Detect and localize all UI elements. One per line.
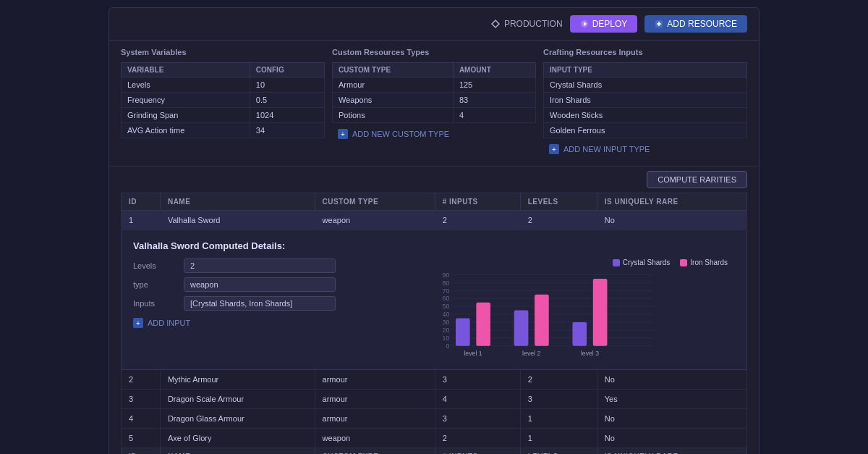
bottom-col-header: CUSTOM TYPE bbox=[315, 448, 435, 455]
add-input-type-icon: + bbox=[549, 144, 559, 154]
crafting-resources-table: INPUT TYPE Crystal ShardsIron ShardsWood… bbox=[543, 62, 747, 138]
id-cell: 4 bbox=[122, 409, 161, 429]
unique-cell: No bbox=[597, 429, 746, 448]
unique-cell: Yes bbox=[597, 390, 746, 409]
table-row: Armour125 bbox=[333, 77, 536, 93]
svg-text:50: 50 bbox=[443, 303, 450, 310]
levels-cell: 1 bbox=[520, 409, 597, 429]
svg-rect-23 bbox=[456, 318, 470, 345]
unique-cell: No bbox=[597, 370, 746, 390]
table-row: Crystal Shards bbox=[544, 77, 747, 93]
system-variables-table: VARIABLE CONFIG Levels10Frequency0.5Grin… bbox=[121, 62, 325, 138]
levels-cell: 2 bbox=[520, 211, 597, 230]
id-cell: 2 bbox=[122, 370, 161, 390]
name-cell: Valhalla Sword bbox=[160, 211, 315, 230]
custom-type-cell: Potions bbox=[333, 108, 454, 123]
id-cell: 1 bbox=[122, 211, 161, 230]
col-amount: AMOUNT bbox=[453, 63, 535, 77]
col-header: NAME bbox=[160, 193, 315, 211]
col-header: ID bbox=[122, 193, 161, 211]
detail-field-row: Inputs [Crystal Shards, Iron Shards] bbox=[133, 296, 336, 311]
input-type-cell: Golden Ferrous bbox=[544, 123, 747, 138]
field-value: 2 bbox=[184, 258, 336, 273]
col-custom-type: CUSTOM TYPE bbox=[333, 63, 454, 77]
header: PRODUCTION DEPLOY ADD RESOURCE bbox=[109, 8, 759, 41]
detail-row: Valhalla Sword Computed Details: Levels … bbox=[122, 230, 747, 370]
bottom-col-header: IS UNIQUELY RARE bbox=[597, 448, 746, 455]
col-header: CUSTOM TYPE bbox=[315, 193, 435, 211]
custom-resources-title: Custom Resources Types bbox=[332, 48, 536, 56]
table-row: Golden Ferrous bbox=[544, 123, 747, 138]
field-value: weapon bbox=[184, 277, 336, 292]
system-variables-panel: System Variables VARIABLE CONFIG Levels1… bbox=[121, 48, 325, 159]
deploy-button[interactable]: DEPLOY bbox=[570, 15, 638, 33]
add-custom-type-btn[interactable]: + ADD NEW CUSTOM TYPE bbox=[332, 125, 536, 143]
custom-type-cell: Armour bbox=[333, 77, 454, 93]
table-row[interactable]: 2 Mythic Armour armour 3 2 No bbox=[122, 370, 747, 390]
inputs-cell: 3 bbox=[435, 409, 520, 429]
levels-cell: 2 bbox=[520, 370, 597, 390]
col-config: CONFIG bbox=[250, 63, 324, 77]
custom-type-cell: Weapons bbox=[333, 93, 454, 108]
variable-cell: Levels bbox=[122, 77, 250, 93]
col-variable: VARIABLE bbox=[122, 63, 250, 77]
svg-text:0: 0 bbox=[446, 342, 449, 350]
add-input-button[interactable]: + ADD INPUT bbox=[133, 315, 336, 331]
variable-cell: Frequency bbox=[122, 93, 250, 108]
table-row[interactable]: 3 Dragon Scale Armour armour 4 3 Yes bbox=[122, 390, 747, 409]
amount-cell: 83 bbox=[453, 93, 535, 108]
svg-text:70: 70 bbox=[443, 287, 450, 295]
add-custom-type-icon: + bbox=[338, 129, 348, 139]
field-label: type bbox=[133, 280, 176, 289]
bottom-col-header: LEVELS bbox=[520, 448, 597, 455]
name-cell: Axe of Glory bbox=[160, 429, 315, 448]
table-row[interactable]: 5 Axe of Glory weapon 2 1 No bbox=[122, 429, 747, 448]
svg-text:40: 40 bbox=[443, 311, 450, 318]
svg-rect-29 bbox=[572, 322, 587, 346]
custom-type-cell: armour bbox=[315, 390, 435, 409]
config-cell: 10 bbox=[250, 77, 324, 93]
input-type-cell: Crystal Shards bbox=[544, 77, 747, 93]
custom-resources-panel: Custom Resources Types CUSTOM TYPE AMOUN… bbox=[332, 48, 536, 159]
detail-panel: Valhalla Sword Computed Details: Levels … bbox=[122, 230, 746, 369]
table-row[interactable]: 1 Valhalla Sword weapon 2 2 No bbox=[122, 211, 747, 230]
name-cell: Dragon Glass Armour bbox=[160, 409, 315, 429]
table-row: Levels10 bbox=[122, 77, 325, 93]
chart-area: Crystal Shards Iron Shards 0102030405060… bbox=[350, 258, 735, 359]
compute-rarities-button[interactable]: COMPUTE RARITIES bbox=[647, 171, 747, 188]
input-type-cell: Wooden Sticks bbox=[544, 108, 747, 123]
col-input-type: INPUT TYPE bbox=[544, 63, 747, 77]
field-label: Inputs bbox=[133, 299, 176, 308]
svg-rect-27 bbox=[535, 295, 549, 346]
detail-field-row: type weapon bbox=[133, 277, 336, 292]
inputs-cell: 2 bbox=[435, 211, 520, 230]
custom-type-cell: armour bbox=[315, 409, 435, 429]
config-cell: 1024 bbox=[250, 108, 324, 123]
svg-text:90: 90 bbox=[443, 272, 450, 279]
svg-text:10: 10 bbox=[443, 335, 450, 342]
table-row: AVG Action time34 bbox=[122, 123, 325, 138]
name-cell: Dragon Scale Armour bbox=[160, 390, 315, 409]
production-icon bbox=[490, 19, 501, 29]
custom-resources-table: CUSTOM TYPE AMOUNT Armour125Weapons83Pot… bbox=[332, 62, 536, 123]
crafting-resources-panel: Crafting Resources Inputs INPUT TYPE Cry… bbox=[543, 48, 747, 159]
table-row: Iron Shards bbox=[544, 93, 747, 108]
svg-text:20: 20 bbox=[443, 327, 450, 334]
config-cell: 0.5 bbox=[250, 93, 324, 108]
add-input-type-btn[interactable]: + ADD NEW INPUT TYPE bbox=[543, 140, 747, 159]
add-resource-button[interactable]: ADD RESOURCE bbox=[644, 15, 747, 33]
custom-type-cell: weapon bbox=[315, 429, 435, 448]
col-header: # INPUTS bbox=[435, 193, 520, 211]
table-row[interactable]: 4 Dragon Glass Armour armour 3 1 No bbox=[122, 409, 747, 429]
variable-cell: AVG Action time bbox=[122, 123, 250, 138]
svg-text:60: 60 bbox=[443, 295, 450, 302]
top-section: System Variables VARIABLE CONFIG Levels1… bbox=[109, 41, 759, 167]
field-value: [Crystal Shards, Iron Shards] bbox=[184, 296, 336, 311]
crafting-resources-title: Crafting Resources Inputs bbox=[543, 48, 747, 56]
svg-rect-26 bbox=[514, 311, 529, 346]
table-row: Grinding Span1024 bbox=[122, 108, 325, 123]
unique-cell: No bbox=[597, 211, 746, 230]
svg-text:level 3: level 3 bbox=[581, 350, 599, 357]
detail-fields: Levels 2 type weapon Inputs [Cryst bbox=[133, 258, 336, 359]
levels-cell: 1 bbox=[520, 429, 597, 448]
